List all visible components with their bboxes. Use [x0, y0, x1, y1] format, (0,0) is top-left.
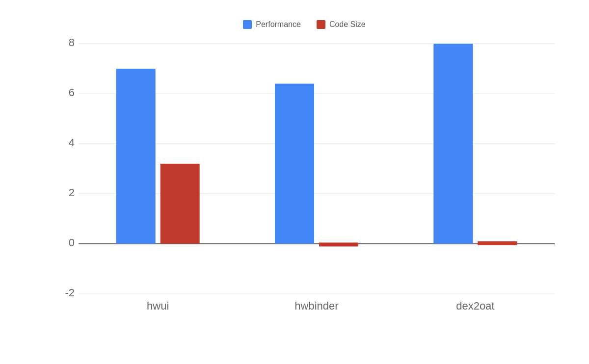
svg-rect-18 — [433, 44, 473, 244]
performance-legend-label: Performance — [256, 20, 301, 29]
svg-text:hwbinder: hwbinder — [294, 300, 338, 312]
svg-rect-16 — [319, 242, 358, 246]
chart-legend: Performance Code Size — [49, 20, 560, 29]
svg-text:0: 0 — [69, 236, 75, 249]
svg-text:6: 6 — [69, 86, 75, 99]
svg-text:2: 2 — [69, 186, 75, 199]
svg-rect-13 — [161, 164, 200, 244]
svg-text:hwui: hwui — [147, 300, 169, 312]
svg-rect-12 — [116, 69, 156, 244]
legend-performance: Performance — [243, 20, 301, 29]
chart-container: Performance Code Size 86420-2hwuihwbinde… — [10, 10, 579, 354]
legend-code-size: Code Size — [317, 20, 366, 29]
svg-text:4: 4 — [69, 136, 75, 149]
performance-swatch — [243, 20, 252, 29]
code-size-legend-label: Code Size — [329, 20, 366, 29]
svg-text:-2: -2 — [65, 286, 75, 299]
svg-rect-19 — [478, 241, 517, 245]
code-size-swatch — [317, 20, 325, 29]
svg-text:8: 8 — [69, 39, 75, 49]
svg-text:dex2oat: dex2oat — [456, 300, 494, 312]
svg-rect-15 — [275, 84, 314, 244]
chart-area: 86420-2hwuihwbinderdex2oat — [49, 39, 560, 313]
